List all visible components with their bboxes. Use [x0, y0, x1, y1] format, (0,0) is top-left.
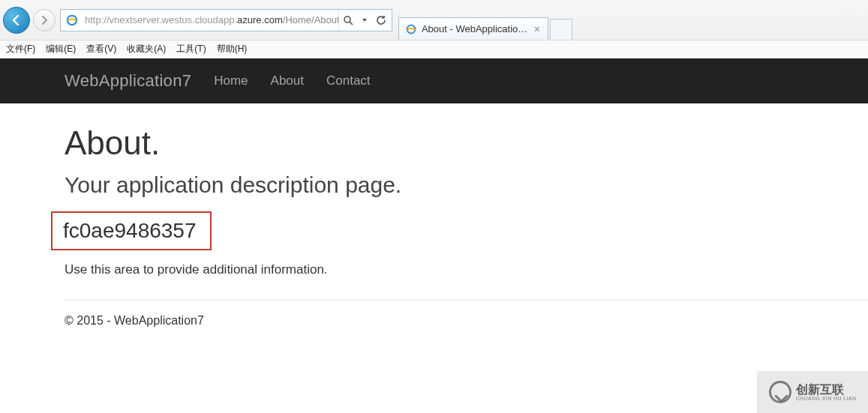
- menu-help[interactable]: 帮助(H): [217, 43, 248, 55]
- browser-tab-active[interactable]: About - WebApplication7 ×: [398, 17, 548, 40]
- ie-icon: [405, 23, 417, 35]
- url-host-main: azure.com: [237, 14, 283, 25]
- url-host-prefix: http://vnextserver.westus.cloudapp.: [85, 14, 237, 25]
- site-navbar: WebApplication7 Home About Contact: [0, 58, 868, 103]
- tab-strip: About - WebApplication7 ×: [398, 0, 572, 40]
- address-bar[interactable]: http://vnextserver.westus.cloudapp.azure…: [60, 9, 392, 31]
- brand[interactable]: WebApplication7: [65, 71, 191, 91]
- nav-home[interactable]: Home: [214, 73, 248, 88]
- close-icon[interactable]: ×: [533, 23, 542, 35]
- tab-title: About - WebApplication7: [422, 23, 528, 34]
- page-title: About.: [65, 124, 868, 162]
- url-path: /Home/About: [283, 14, 338, 25]
- highlight-box: fc0ae9486357: [51, 211, 212, 250]
- refresh-icon[interactable]: [375, 14, 387, 26]
- page-body: About. Your application description page…: [0, 103, 868, 328]
- page-description: Use this area to provide additional info…: [65, 262, 868, 277]
- menu-tools[interactable]: 工具(T): [176, 43, 206, 55]
- browser-toolbar: http://vnextserver.westus.cloudapp.azure…: [0, 0, 868, 40]
- page-subtitle: Your application description page.: [65, 172, 868, 198]
- watermark-logo-icon: [769, 381, 791, 403]
- address-url[interactable]: http://vnextserver.westus.cloudapp.azure…: [83, 10, 338, 31]
- nav-contact[interactable]: Contact: [326, 73, 371, 88]
- search-icon[interactable]: [342, 14, 354, 26]
- nav-about[interactable]: About: [271, 73, 304, 88]
- dropdown-icon[interactable]: [359, 14, 371, 26]
- back-button[interactable]: [3, 7, 30, 34]
- svg-line-2: [350, 22, 353, 25]
- watermark-line2: CHUANG XIN HU LIAN: [796, 396, 857, 401]
- menu-favorites[interactable]: 收藏夹(A): [127, 43, 166, 55]
- new-tab-button[interactable]: [550, 19, 572, 40]
- container-id: fc0ae9486357: [63, 219, 197, 243]
- menu-view[interactable]: 查看(V): [86, 43, 116, 55]
- footer-text: © 2015 - WebApplication7: [65, 314, 868, 328]
- divider: [65, 300, 868, 301]
- menu-edit[interactable]: 编辑(E): [46, 43, 76, 55]
- watermark-line1: 创新互联: [796, 384, 857, 396]
- ie-icon: [64, 12, 80, 28]
- browser-menubar: 文件(F) 编辑(E) 查看(V) 收藏夹(A) 工具(T) 帮助(H): [0, 40, 868, 58]
- browser-chrome: http://vnextserver.westus.cloudapp.azure…: [0, 0, 868, 58]
- address-tools: [338, 10, 392, 31]
- watermark-badge: 创新互联 CHUANG XIN HU LIAN: [757, 371, 868, 413]
- menu-file[interactable]: 文件(F): [6, 43, 35, 55]
- forward-button[interactable]: [33, 9, 56, 31]
- svg-point-1: [344, 16, 350, 22]
